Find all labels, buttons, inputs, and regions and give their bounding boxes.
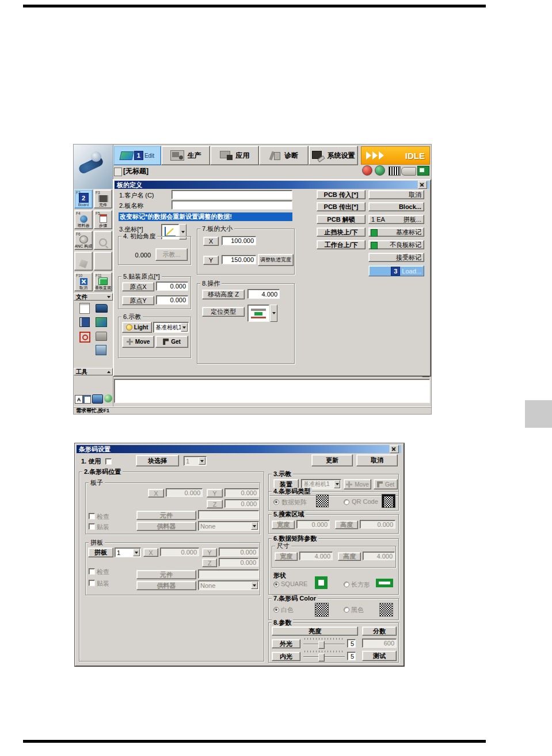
panel-index-dropdown[interactable]: 1: [115, 548, 141, 557]
sidebar-f10-cancel[interactable]: F10 取消: [74, 272, 93, 291]
update-button[interactable]: 更新: [311, 454, 353, 466]
computer-icon[interactable]: [96, 345, 106, 355]
block-button[interactable]: Block...: [368, 202, 424, 211]
sphere-icon[interactable]: [104, 394, 112, 402]
tools-panel-header[interactable]: 工具: [74, 368, 113, 375]
load-button[interactable]: 3 Load...: [368, 265, 424, 276]
black-color-radio[interactable]: [344, 607, 349, 613]
use-checkbox[interactable]: [105, 458, 112, 465]
score-value: 600: [384, 640, 394, 647]
save-icon[interactable]: [79, 317, 90, 327]
test-button[interactable]: 测试: [362, 651, 397, 661]
file-panel-header[interactable]: 文件: [74, 293, 113, 301]
pcb-out-button[interactable]: PCB 传出[*]: [317, 202, 366, 211]
panel-place-checkbox[interactable]: [89, 580, 95, 586]
positioning-type-button[interactable]: 定位类型: [202, 307, 245, 317]
ime-lang-icon[interactable]: [83, 395, 91, 404]
monitor-icon[interactable]: [417, 166, 429, 176]
fiducial-mark-button[interactable]: 基准标记: [368, 227, 424, 237]
camera-select[interactable]: 基准相机1: [153, 322, 189, 333]
light-button[interactable]: Light: [122, 322, 152, 333]
panel-check-checkbox[interactable]: [89, 568, 95, 575]
pcb-in-button[interactable]: PCB 传入[*]: [317, 190, 366, 199]
int-light-slider[interactable]: [303, 651, 345, 661]
white-color-radio[interactable]: [273, 607, 279, 613]
rect-radio[interactable]: [344, 582, 349, 587]
tab-production[interactable]: 生产: [161, 146, 210, 165]
barcode-icon[interactable]: [389, 166, 401, 176]
sidebar-f11-board-view[interactable]: F11 基板直观: [94, 272, 112, 291]
cancel-button[interactable]: 取消: [356, 454, 398, 466]
int-light-button[interactable]: 内光: [272, 652, 300, 661]
barcode-dialog-titlebar[interactable]: 条形码设置: [77, 445, 401, 453]
angle-teach-button: 示教...: [155, 248, 188, 261]
sidebar-f4-feeder[interactable]: F4 喂料器: [74, 210, 93, 229]
ext-light-number: 5: [351, 640, 354, 647]
board-name-input[interactable]: [172, 200, 292, 210]
qrcode-radio[interactable]: [344, 499, 349, 505]
panel-feeder-dropdown: None: [198, 580, 259, 590]
origin-y-input[interactable]: 0.000: [156, 295, 188, 305]
square-radio[interactable]: [273, 582, 279, 587]
board-place-checkbox[interactable]: [89, 523, 95, 530]
slider-thumb[interactable]: [318, 641, 325, 649]
slider-thumb[interactable]: [318, 654, 325, 662]
block-select-button[interactable]: 块选择: [136, 455, 179, 466]
board-view-icon: [98, 278, 108, 285]
ext-light-button[interactable]: 外光: [272, 639, 300, 648]
open-folder-icon[interactable]: [96, 304, 108, 313]
tab-edit[interactable]: 1 Edit: [113, 146, 161, 165]
page-edge-tab: [525, 400, 552, 428]
new-doc-icon[interactable]: [79, 303, 90, 314]
briefcase-icon[interactable]: [92, 394, 103, 404]
sidebar-f6-anc[interactable]: F6 ANC 构成: [74, 231, 93, 250]
ime-a-icon[interactable]: A: [75, 395, 83, 404]
tab-system-settings[interactable]: 系统设置: [309, 146, 358, 165]
adjust-rail-button[interactable]: 调整轨道宽度: [258, 254, 294, 266]
sidebar-f3-component[interactable]: F3 元件: [94, 189, 112, 208]
move-height-button[interactable]: 移动高度 Z: [202, 290, 245, 299]
origin-x-button[interactable]: 原点X: [122, 282, 154, 291]
hand-icon[interactable]: [401, 167, 416, 176]
dialog-titlebar[interactable]: 板的定义: [115, 181, 429, 189]
top-rule: [23, 5, 486, 7]
move-height-input[interactable]: 4.000: [248, 289, 280, 299]
import-icon[interactable]: [96, 317, 107, 327]
ext-light-slider[interactable]: [303, 638, 345, 648]
printer-icon[interactable]: [96, 332, 107, 341]
size-y-button[interactable]: Y: [203, 256, 219, 265]
get-button[interactable]: Get: [155, 336, 188, 348]
origin-y-button[interactable]: 原点Y: [122, 296, 154, 305]
positioning-type-icon[interactable]: [248, 305, 269, 322]
camera-dropdown-arrow[interactable]: [181, 323, 188, 332]
tab-diagnosis[interactable]: 诊断: [259, 146, 309, 165]
dm-width-value: 4.000: [314, 553, 330, 560]
panel-index-arrow[interactable]: [133, 549, 140, 556]
size-y-input[interactable]: 150.000: [222, 255, 256, 264]
board-check-checkbox[interactable]: [89, 513, 95, 519]
datamatrix-radio[interactable]: [273, 499, 279, 505]
accept-mark-button[interactable]: 接受标记: [368, 253, 424, 262]
table-updown-button[interactable]: 工作台上/下: [317, 240, 366, 249]
origin-x-input[interactable]: 0.000: [156, 282, 188, 291]
close-icon[interactable]: [418, 181, 427, 189]
close-icon[interactable]: [390, 445, 399, 453]
stopper-updown-button[interactable]: 止挡块上/下: [317, 227, 366, 237]
dm-width-input: 4.000: [299, 552, 333, 560]
move-button[interactable]: Move: [122, 336, 154, 348]
sidebar-f2-board[interactable]: F2 2 Board: [74, 189, 93, 208]
panel-index-button[interactable]: 拼板: [88, 548, 113, 557]
size-x-input[interactable]: 100.000: [222, 236, 256, 245]
power-icon[interactable]: [79, 332, 90, 343]
panelize-button[interactable]: 1 EA 拼板...: [368, 215, 424, 224]
pcb-unlock-button[interactable]: PCB 解锁: [317, 215, 366, 224]
barcode-position-group: 2.条形码位置 板子 X 0.000 Y 0.000 Z 0.000 检查 元件…: [79, 472, 264, 662]
bad-board-mark-button[interactable]: 不良板标记: [368, 240, 424, 249]
sidebar-f5-step[interactable]: F5 步骤: [94, 210, 112, 229]
positioning-type-arrow[interactable]: [270, 305, 277, 322]
panel-x-button: X: [143, 548, 158, 557]
tab-application[interactable]: 应用: [210, 146, 259, 165]
customer-name-input[interactable]: [172, 190, 292, 199]
cancel-button[interactable]: 取消: [368, 190, 424, 199]
size-x-button[interactable]: X: [203, 237, 219, 246]
